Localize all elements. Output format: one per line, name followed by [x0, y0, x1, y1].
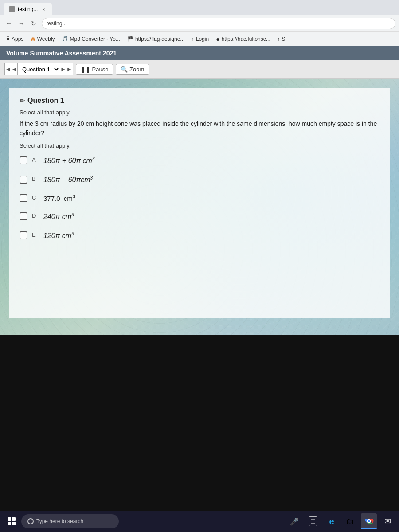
reload-button[interactable]: ↻	[28, 18, 39, 29]
bookmark-hac[interactable]: ● https://hac.fultonsc...	[213, 35, 273, 43]
bookmarks-bar: ⠿ Apps W Weebly 🎵 Mp3 Converter - Yo... …	[0, 32, 399, 46]
win-square-br	[12, 522, 16, 525]
bookmark-login[interactable]: ↑ Login	[189, 35, 211, 43]
checkbox-d[interactable]	[20, 212, 27, 220]
back-button[interactable]: ←	[4, 18, 14, 29]
chrome-icon	[364, 516, 374, 526]
start-button[interactable]	[4, 513, 20, 529]
bookmark-s-label: S	[282, 36, 285, 42]
answer-choices: A 180π + 60π cm3 B 180π − 60πcm3 C	[20, 156, 379, 241]
choice-b-label: B	[32, 175, 39, 182]
svg-point-2	[368, 520, 370, 522]
weebly-icon: W	[31, 36, 35, 42]
chrome-browser-button[interactable]	[361, 513, 377, 529]
search-placeholder: Type here to search	[36, 518, 83, 524]
forward-button[interactable]: →	[16, 18, 27, 29]
question-panel: ✏ Question 1 Select all that apply. If t…	[9, 88, 390, 318]
checkbox-e[interactable]	[20, 231, 27, 239]
edge-icon: e	[329, 516, 334, 527]
login-icon: ↑	[192, 36, 194, 42]
nav-bar: ← → ↻ testing...	[0, 15, 399, 32]
taskbar-search[interactable]: Type here to search	[21, 514, 119, 528]
win-square-tl	[8, 517, 11, 521]
assessment-title: Volume Summative Assessment 2021	[6, 50, 117, 57]
browser-window: T testing... × ← → ↻ testing... ⠿ Apps W…	[0, 0, 399, 375]
win-square-tr	[12, 517, 16, 521]
mail-button[interactable]: ✉	[379, 513, 395, 529]
bookmark-weebly[interactable]: W Weebly	[28, 35, 57, 43]
mail-icon: ✉	[384, 516, 391, 526]
bookmark-hac-label: https://hac.fultonsc...	[222, 36, 270, 42]
tab-close-button[interactable]: ×	[40, 6, 47, 12]
choice-a-label: A	[32, 156, 39, 163]
bookmark-login-label: Login	[196, 36, 209, 42]
choice-d-label: D	[32, 212, 39, 219]
question-text: If the 3 cm radius by 20 cm height cone …	[20, 119, 379, 138]
choice-a-text: 180π + 60π cm3	[43, 156, 95, 166]
checkbox-b[interactable]	[20, 176, 27, 184]
choice-c-label: C	[32, 194, 39, 201]
assessment-toolbar: ◄◄ Question 1 ►► ❚❚ Pause 🔍 Zoom	[0, 60, 399, 79]
file-explorer-icon: 🗂	[346, 517, 354, 526]
choice-e: E 120π cm3	[20, 231, 379, 241]
main-content: ✏ Question 1 Select all that apply. If t…	[0, 79, 399, 363]
question-select[interactable]: Question 1	[18, 63, 60, 75]
hac-icon: ●	[216, 35, 219, 43]
bookmark-apps[interactable]: ⠿ Apps	[4, 35, 26, 43]
question-number: Question 1	[27, 97, 64, 105]
first-instruction: Select all that apply.	[20, 109, 379, 116]
bookmark-mp3[interactable]: 🎵 Mp3 Converter - Yo...	[59, 35, 123, 43]
mic-symbol: 🎤	[290, 517, 299, 526]
zoom-button[interactable]: 🔍 Zoom	[116, 64, 149, 75]
tab-strip: T testing... ×	[0, 0, 399, 15]
choice-d: D 240π cm3	[20, 212, 379, 222]
prev-button[interactable]: ◄◄	[4, 63, 18, 75]
bookmark-flag-label: https://flag-designe...	[135, 36, 184, 42]
windows-icon	[8, 517, 16, 525]
tab-title: testing...	[18, 6, 38, 12]
s-icon: ↑	[278, 36, 280, 42]
choice-b: B 180π − 60πcm3	[20, 175, 379, 185]
edge-browser-button[interactable]: e	[324, 513, 340, 529]
bookmark-weebly-label: Weebly	[37, 36, 55, 42]
microphone-icon[interactable]: 🎤	[286, 513, 302, 529]
next-button[interactable]: ►►	[60, 63, 73, 75]
browser-tab[interactable]: T testing... ×	[4, 3, 52, 15]
choice-d-text: 240π cm3	[43, 212, 74, 222]
taskbar-icons: 🎤 □ e 🗂 ✉	[286, 513, 395, 529]
pause-button[interactable]: ❚❚ Pause	[76, 64, 113, 75]
choice-e-text: 120π cm3	[43, 231, 74, 241]
second-instruction: Select all that apply.	[20, 142, 379, 149]
choice-a: A 180π + 60π cm3	[20, 156, 379, 166]
choice-e-label: E	[32, 231, 39, 238]
question-nav: ◄◄ Question 1 ►►	[4, 63, 73, 75]
flag-icon: 🏴	[127, 36, 133, 42]
bookmark-flag[interactable]: 🏴 https://flag-designe...	[125, 35, 187, 43]
task-view-button[interactable]: □	[305, 513, 321, 529]
address-bar[interactable]: testing...	[42, 18, 395, 29]
desktop-area	[0, 335, 399, 511]
choice-c-text: 377.0 cm3	[43, 194, 75, 203]
task-view-icon: □	[309, 516, 317, 526]
choice-c: C 377.0 cm3	[20, 194, 379, 203]
bookmark-apps-label: Apps	[12, 36, 23, 42]
nav-buttons: ← → ↻	[4, 18, 39, 29]
file-explorer-button[interactable]: 🗂	[342, 513, 358, 529]
search-icon	[27, 518, 34, 524]
checkbox-a[interactable]	[20, 156, 27, 164]
taskbar: Type here to search 🎤 □ e 🗂	[0, 511, 399, 532]
bookmark-mp3-label: Mp3 Converter - Yo...	[70, 36, 120, 42]
mp3-icon: 🎵	[62, 36, 68, 42]
bookmark-s[interactable]: ↑ S	[275, 35, 288, 43]
question-title: ✏ Question 1	[20, 97, 379, 105]
tab-favicon: T	[9, 6, 15, 12]
choice-b-text: 180π − 60πcm3	[43, 175, 93, 185]
checkbox-c[interactable]	[20, 194, 27, 202]
assessment-header: Volume Summative Assessment 2021	[0, 46, 399, 60]
apps-icon: ⠿	[6, 36, 10, 42]
pencil-icon: ✏	[20, 97, 25, 104]
win-square-bl	[8, 522, 11, 525]
